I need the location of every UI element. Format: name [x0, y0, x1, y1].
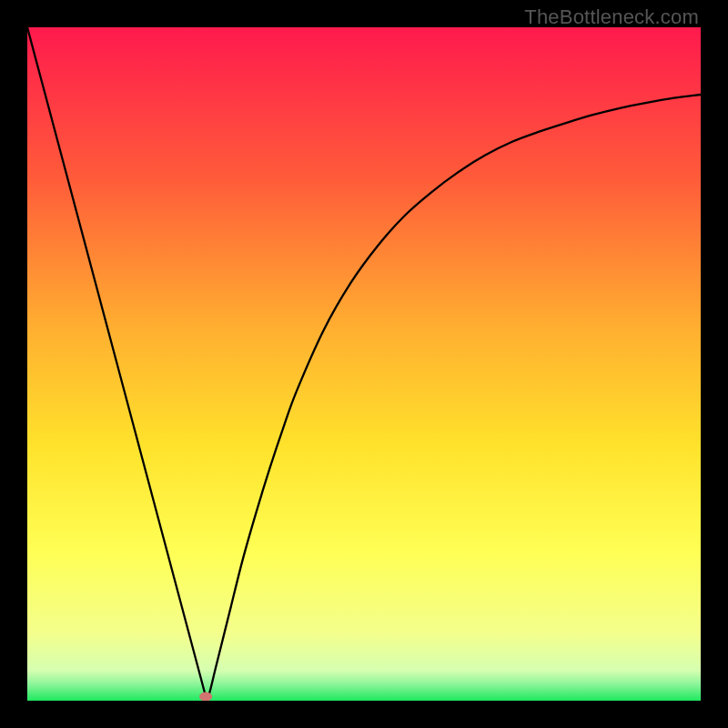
- bottleneck-curve: [27, 27, 701, 701]
- plot-area: [27, 27, 701, 701]
- watermark-text: TheBottleneck.com: [524, 5, 699, 29]
